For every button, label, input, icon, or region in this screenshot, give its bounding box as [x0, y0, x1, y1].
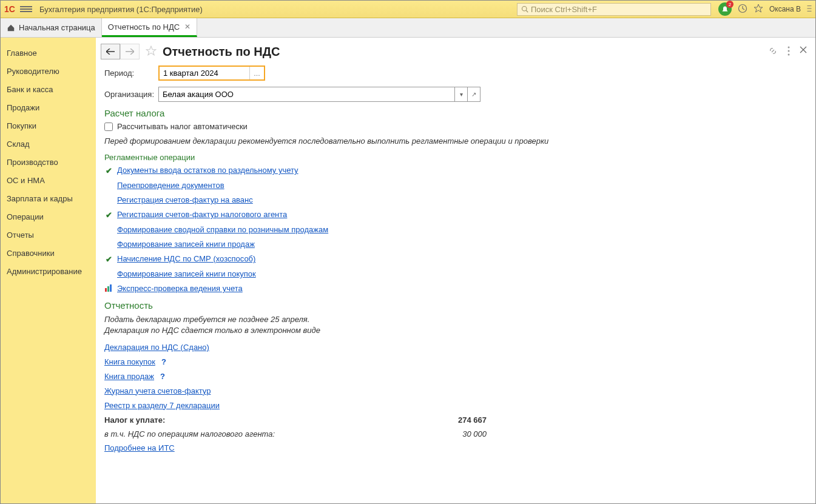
regop-link[interactable]: Формирование записей книги продаж [117, 240, 255, 249]
forward-button [120, 44, 140, 59]
period-select-button[interactable]: … [249, 67, 264, 79]
svg-point-0 [522, 7, 527, 12]
svg-rect-10 [107, 286, 109, 292]
nav-main[interactable]: Главное [1, 44, 96, 62]
period-input[interactable] [160, 67, 249, 79]
period-label: Период: [104, 69, 158, 78]
nav-operations[interactable]: Операции [1, 207, 96, 226]
global-search[interactable]: Поиск Ctrl+Shift+F [517, 3, 711, 16]
regop-row: Формирование записей книги покупок [104, 269, 807, 278]
tab-home[interactable]: Начальная страница [1, 18, 102, 37]
reporting-title: Отчетность [104, 300, 807, 311]
notification-badge: 2 [726, 1, 733, 8]
nav-warehouse[interactable]: Склад [1, 135, 96, 153]
report-link-row: Реестр к разделу 7 декларации [104, 401, 807, 410]
tax-value: 274 667 [426, 415, 487, 425]
report-link[interactable]: Журнал учета счетов-фактур [104, 386, 211, 395]
favorite-icon[interactable] [754, 4, 763, 15]
help-icon[interactable]: ? [161, 357, 166, 366]
regop-row: Регистрация счетов-фактур на аванс [104, 195, 807, 204]
agent-tax-value: 30 000 [426, 429, 487, 438]
favorite-page-icon[interactable] [146, 45, 157, 58]
username[interactable]: Оксана В [769, 5, 801, 13]
menu-icon[interactable] [20, 4, 32, 15]
check-icon: ✔ [106, 255, 112, 264]
check-icon: ✔ [106, 166, 112, 175]
app-title: Бухгалтерия предприятия (1С:Предприятие) [39, 5, 203, 14]
nav-hr[interactable]: Зарплата и кадры [1, 189, 96, 207]
report-link-row: Книга покупок? [104, 357, 807, 366]
regop-row: Перепроведение документов [104, 181, 807, 190]
nav-catalogs[interactable]: Справочники [1, 244, 96, 262]
nav-assets[interactable]: ОС и НМА [1, 171, 96, 189]
report-link-row: Журнал учета счетов-фактур [104, 386, 807, 395]
report-link-row: Декларация по НДС (Сдано) [104, 343, 807, 352]
regop-link[interactable]: Регистрация счетов-фактур на аванс [117, 195, 253, 204]
more-menu-icon[interactable] [807, 4, 812, 15]
tab-current-label: Отчетность по НДС [108, 22, 180, 32]
tab-current[interactable]: Отчетность по НДС ✕ [102, 18, 197, 37]
regop-link[interactable]: Регистрация счетов-фактур налогового аге… [117, 210, 287, 219]
history-icon[interactable] [738, 4, 747, 15]
more-info-link[interactable]: Подробнее на ИТС [104, 443, 175, 452]
report-link[interactable]: Реестр к разделу 7 декларации [104, 401, 220, 410]
regop-row: ✔Регистрация счетов-фактур налогового аг… [104, 210, 807, 220]
regop-link[interactable]: Экспресс-проверка ведения учета [117, 284, 243, 293]
report-link[interactable]: Книга покупок [104, 357, 155, 366]
nav-sales[interactable]: Продажи [1, 98, 96, 116]
link-icon[interactable] [768, 46, 778, 58]
check-icon: ✔ [106, 210, 112, 220]
nav-manager[interactable]: Руководителю [1, 62, 96, 80]
nav-purchases[interactable]: Покупки [1, 116, 96, 135]
tab-close-icon[interactable]: ✕ [184, 22, 191, 31]
regop-row: Формирование сводной справки по розничны… [104, 225, 807, 234]
regop-row: Экспресс-проверка ведения учета [104, 284, 807, 293]
regop-link[interactable]: Перепроведение документов [117, 181, 224, 190]
org-open-button[interactable]: ↗ [467, 87, 480, 101]
regop-link[interactable]: Формирование сводной справки по розничны… [117, 225, 328, 234]
regop-link[interactable]: Формирование записей книги покупок [117, 269, 256, 278]
svg-point-7 [788, 50, 790, 52]
regop-row: ✔Документы ввода остатков по раздельному… [104, 166, 807, 175]
page-title: Отчетность по НДС [163, 45, 768, 59]
tab-home-label: Начальная страница [19, 23, 95, 32]
close-page-icon[interactable] [800, 46, 807, 58]
svg-rect-9 [105, 288, 107, 292]
notifications-icon[interactable]: 2 [718, 2, 732, 16]
svg-line-1 [526, 10, 528, 12]
report-link[interactable]: Декларация по НДС (Сдано) [104, 343, 209, 352]
agent-tax-label: в т.ч. НДС по операциям налогового агент… [104, 429, 426, 438]
svg-rect-11 [110, 284, 112, 292]
nav-production[interactable]: Производство [1, 153, 96, 171]
regop-row: Формирование записей книги продаж [104, 240, 807, 249]
regops-title: Регламентные операции [104, 153, 807, 162]
org-label: Организация: [104, 90, 158, 99]
report-link-row: Книга продаж? [104, 372, 807, 381]
regop-link[interactable]: Документы ввода остатков по раздельному … [117, 166, 298, 175]
tax-label: Налог к уплате: [104, 415, 426, 425]
auto-calc-label: Рассчитывать налог автоматически [117, 122, 248, 131]
regop-link[interactable]: Начисление НДС по СМР (хозспособ) [117, 254, 255, 263]
kebab-menu-icon[interactable] [787, 46, 790, 58]
regop-row: ✔Начисление НДС по СМР (хозспособ) [104, 254, 807, 264]
app-logo: 1С [4, 4, 15, 14]
calc-note: Перед формированием декларации рекоменду… [104, 136, 807, 147]
reporting-note: Подать декларацию требуется не позднее 2… [104, 314, 807, 336]
svg-point-6 [788, 46, 790, 48]
auto-calc-checkbox[interactable] [104, 123, 113, 131]
back-button[interactable] [101, 44, 120, 59]
report-link[interactable]: Книга продаж [104, 372, 154, 381]
report-icon [105, 284, 112, 293]
org-input[interactable] [159, 90, 454, 99]
nav-reports[interactable]: Отчеты [1, 226, 96, 244]
calc-section-title: Расчет налога [104, 108, 807, 118]
home-icon [7, 24, 15, 32]
help-icon[interactable]: ? [160, 372, 165, 381]
nav-admin[interactable]: Администрирование [1, 262, 96, 280]
nav-bank[interactable]: Банк и касса [1, 80, 96, 98]
search-placeholder: Поиск Ctrl+Shift+F [531, 5, 597, 14]
svg-point-8 [788, 53, 790, 55]
sidebar: Главное Руководителю Банк и касса Продаж… [1, 38, 96, 503]
search-icon [521, 5, 528, 13]
org-dropdown-button[interactable]: ▾ [454, 87, 467, 101]
